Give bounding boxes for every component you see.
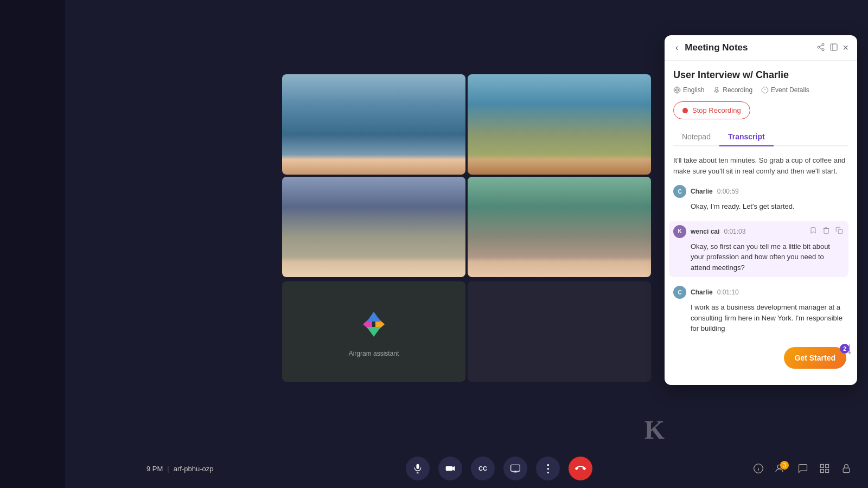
video-grid-bottom xyxy=(282,177,651,277)
camera-icon xyxy=(445,463,456,474)
chat-icon xyxy=(797,463,808,474)
entry-2-header: K wenci cai 0:01:03 xyxy=(673,225,844,238)
get-started-button[interactable]: Get Started 2 xyxy=(784,347,846,369)
entry-2-copy-btn[interactable] xyxy=(834,226,844,237)
svg-point-31 xyxy=(716,87,718,90)
grid-view-button[interactable] xyxy=(819,463,830,474)
cc-button[interactable]: CC xyxy=(471,457,495,480)
entry-3-header: C Charlie 0:01:10 xyxy=(673,286,848,299)
transcript-entry-1: C Charlie 0:00:59 Okay, I'm ready. Let's… xyxy=(673,185,848,212)
security-icon xyxy=(841,463,852,474)
entry-3-time: 0:01:10 xyxy=(717,288,739,296)
entry-2-avatar: K xyxy=(673,225,686,238)
share-icon xyxy=(816,43,825,52)
transcript-entry-3: C Charlie 0:01:10 I work as a business d… xyxy=(673,286,848,334)
panel-share-button[interactable] xyxy=(816,42,825,54)
toolbar-separator: | xyxy=(167,465,169,473)
panel-close-button[interactable]: × xyxy=(843,42,848,54)
entry-2-delete-btn[interactable] xyxy=(821,226,831,237)
meta-recording: Recording xyxy=(713,86,752,94)
svg-point-23 xyxy=(822,43,824,46)
entry-2-bookmark-btn[interactable] xyxy=(808,226,818,237)
entry-2-time: 0:01:03 xyxy=(724,228,745,235)
svg-point-0 xyxy=(355,306,392,343)
svg-rect-20 xyxy=(821,470,824,473)
stop-recording-label: Stop Recording xyxy=(692,106,741,114)
k-watermark: K xyxy=(644,415,665,445)
entry-1-text: Okay, I'm ready. Let's get started. xyxy=(673,201,848,212)
svg-point-25 xyxy=(822,48,824,50)
record-dot-icon xyxy=(682,108,688,113)
scroll-down-icon xyxy=(846,344,853,355)
transcript-intro: It'll take about ten minutes. So grab a … xyxy=(673,155,848,176)
expand-icon xyxy=(829,43,838,52)
info-icon xyxy=(753,463,764,474)
more-options-icon: ⋮ xyxy=(542,462,553,475)
panel-header: ‹ Meeting Notes × xyxy=(665,35,857,61)
toolbar-right: 3 xyxy=(675,463,852,474)
stop-recording-button[interactable]: Stop Recording xyxy=(673,101,750,119)
video-cell-2 xyxy=(468,74,651,175)
copy-icon xyxy=(835,227,843,234)
video-cell-4 xyxy=(468,177,651,277)
screen-share-icon xyxy=(510,463,521,474)
panel-header-actions: × xyxy=(816,42,848,54)
end-call-button[interactable] xyxy=(569,457,592,480)
mic-icon xyxy=(412,463,423,474)
scroll-indicator xyxy=(846,344,853,358)
assistant-label: Airgram assistant xyxy=(349,350,399,357)
tab-transcript[interactable]: Transcript xyxy=(719,128,774,146)
entry-2-actions xyxy=(808,226,844,237)
entry-1-header: C Charlie 0:00:59 xyxy=(673,185,848,198)
camera-button[interactable] xyxy=(438,457,462,480)
panel-tabs: Notepad Transcript xyxy=(673,128,848,146)
svg-rect-21 xyxy=(826,470,829,473)
toolbar-time: 9 PM xyxy=(146,465,163,473)
svg-rect-8 xyxy=(446,466,453,471)
get-started-wrapper: Get Started 2 xyxy=(784,347,846,369)
entry-2-text: Okay, so first can you tell me a little … xyxy=(673,241,844,273)
video-cell-3 xyxy=(282,177,465,277)
meta-event-details: Event Details xyxy=(761,86,809,94)
screen-share-button[interactable] xyxy=(503,457,527,480)
event-icon xyxy=(761,86,769,94)
toolbar-meeting-id: arf-pbhu-ozp xyxy=(174,465,214,473)
language-icon xyxy=(673,86,681,94)
tab-notepad[interactable]: Notepad xyxy=(673,128,719,146)
panel-back-button[interactable]: ‹ xyxy=(673,42,680,54)
svg-rect-10 xyxy=(511,465,520,471)
meeting-title: User Interview w/ Charlie xyxy=(673,69,848,81)
svg-rect-19 xyxy=(826,465,829,468)
chat-button[interactable] xyxy=(797,463,808,474)
svg-line-26 xyxy=(820,48,822,49)
svg-marker-37 xyxy=(848,352,851,355)
panel-body: User Interview w/ Charlie English Record… xyxy=(665,61,857,385)
svg-point-24 xyxy=(818,46,820,48)
info-button[interactable] xyxy=(753,463,764,474)
entry-2-speaker: wenci cai xyxy=(691,228,719,235)
panel-title: Meeting Notes xyxy=(685,42,812,53)
meta-language-label: English xyxy=(683,86,704,94)
video-cell-assistant: Airgram assistant xyxy=(282,281,465,382)
bookmark-icon xyxy=(809,227,817,234)
airgram-logo-icon xyxy=(355,305,393,343)
svg-rect-18 xyxy=(821,465,824,468)
svg-marker-9 xyxy=(452,466,455,471)
entry-1-avatar: C xyxy=(673,185,686,198)
transcript-entry-2: K wenci cai 0:01:03 xyxy=(669,221,848,278)
svg-line-27 xyxy=(820,45,822,47)
delete-icon xyxy=(822,227,830,234)
panel-expand-button[interactable] xyxy=(829,42,838,54)
participant-video-3 xyxy=(282,177,465,277)
participants-wrapper: 3 xyxy=(775,463,787,474)
entry-3-speaker: Charlie xyxy=(691,288,713,296)
participant-video-1 xyxy=(282,74,465,175)
meta-recording-label: Recording xyxy=(723,86,752,94)
security-button[interactable] xyxy=(841,463,852,474)
entry-3-avatar: C xyxy=(673,286,686,299)
toolbar-left: 9 PM | arf-pbhu-ozp xyxy=(146,465,323,473)
more-options-button[interactable]: ⋮ xyxy=(536,457,560,480)
video-cell-empty xyxy=(468,281,651,382)
mic-button[interactable] xyxy=(406,457,430,480)
participant-video-4 xyxy=(468,177,651,277)
